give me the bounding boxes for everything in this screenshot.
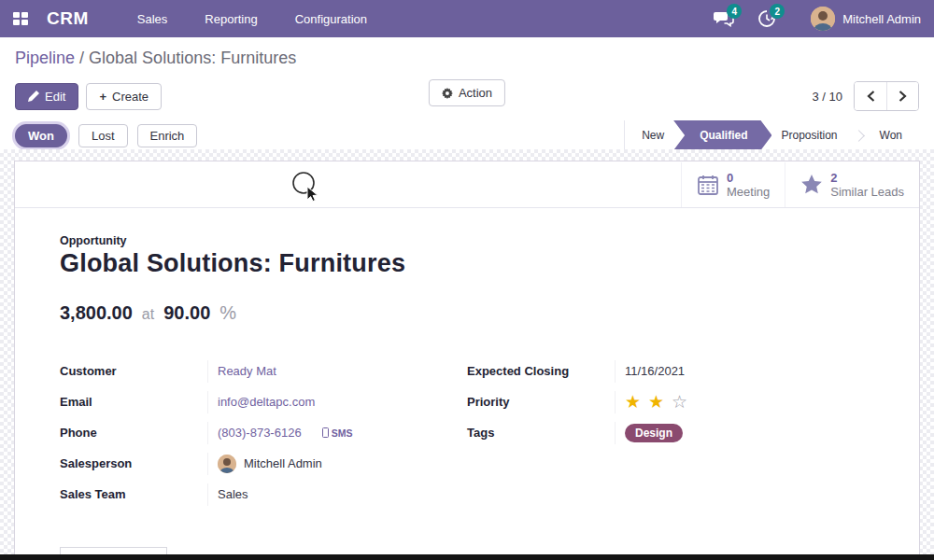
lost-button[interactable]: Lost [78,124,128,147]
action-button[interactable]: Action [429,79,505,106]
menu-configuration[interactable]: Configuration [278,0,384,37]
activities-button[interactable]: 2 [751,0,783,37]
bottom-edge-bar [0,554,934,560]
phone-value-link[interactable]: (803)-873-6126 [218,426,302,440]
edit-button[interactable]: Edit [15,83,78,110]
sales-team-label: Sales Team [60,487,207,501]
top-navbar: CRM Sales Reporting Configuration 4 2 [0,0,934,37]
record-type-label: Opportunity [60,234,874,247]
right-field-group: Expected Closing 11/16/2021 Priority ★ ★… [467,356,874,510]
at-label: at [142,306,154,323]
expected-revenue-row: 3,800.00 at 90.00 % [60,302,874,324]
star-icon [800,174,823,195]
loading-cursor-icon [288,169,325,204]
breadcrumb-current: Global Solutions: Furnitures [89,49,296,67]
expected-revenue-value: 3,800.00 [60,302,133,324]
enrich-button[interactable]: Enrich [137,124,198,147]
salesperson-label: Salesperson [60,456,207,470]
email-value-link[interactable]: info@deltapc.com [218,395,315,409]
mobile-phone-icon [322,427,329,438]
messages-badge: 4 [727,4,742,19]
stage-new[interactable]: New [625,120,681,150]
messages-button[interactable]: 4 [708,0,740,37]
control-panel: Pipeline / Global Solutions: Furnitures … [0,37,934,115]
form-sheet: Opportunity Global Solutions: Furnitures… [15,208,919,510]
priority-star-3-empty-icon[interactable]: ☆ [672,393,687,411]
email-row: Email info@deltapc.com [60,386,467,417]
menu-sales[interactable]: Sales [120,0,185,37]
meeting-count: 0 [727,171,770,185]
pager: 3 / 10 [812,81,919,111]
salesperson-value[interactable]: Mitchell Admin [244,456,322,470]
edit-button-label: Edit [45,90,65,104]
pencil-icon [28,91,39,102]
gear-icon [442,88,453,99]
salesperson-avatar [218,455,236,473]
customer-value-link[interactable]: Ready Mat [218,364,276,378]
salesperson-row: Salesperson Mitchell Admin [60,448,467,479]
email-label: Email [60,395,207,409]
create-button[interactable]: + Create [86,83,162,110]
activities-badge: 2 [770,4,785,19]
percent-sign: % [219,302,236,324]
expected-closing-label: Expected Closing [467,364,615,378]
customer-row: Customer Ready Mat [60,356,467,386]
form-view-background: 0 Meeting 2 Similar Leads Opportunity Gl… [0,149,934,560]
priority-row: Priority ★ ★ ☆ [467,386,874,417]
expected-closing-value[interactable]: 11/16/2021 [625,364,685,378]
meeting-label: Meeting [727,185,770,199]
sales-team-value[interactable]: Sales [218,487,248,501]
similar-leads-label: Similar Leads [830,185,904,199]
sms-button[interactable]: SMS [322,427,353,439]
tag-design[interactable]: Design [625,424,683,442]
phone-row: Phone (803)-873-6126 SMS [60,417,467,448]
apps-menu-icon[interactable] [13,12,30,26]
opportunity-title: Global Solutions: Furnitures [60,249,874,278]
similar-leads-stat-button[interactable]: 2 Similar Leads [785,162,919,207]
action-button-label: Action [459,86,492,100]
opportunity-card: 0 Meeting 2 Similar Leads Opportunity Gl… [14,161,920,560]
menu-reporting[interactable]: Reporting [188,0,274,37]
user-avatar [811,7,835,31]
phone-label: Phone [60,426,207,440]
sales-team-row: Sales Team Sales [60,479,467,510]
pager-next-button[interactable] [886,82,918,110]
priority-star-1-filled-icon[interactable]: ★ [625,393,641,411]
breadcrumb-pipeline[interactable]: Pipeline [15,49,75,67]
pager-count: 3 / 10 [812,90,842,104]
control-panel-buttons: Edit + Create Action 3 / 10 [15,77,919,115]
create-button-label: Create [112,90,149,104]
probability-value: 90.00 [163,302,210,324]
sms-label: SMS [332,427,353,439]
expected-closing-row: Expected Closing 11/16/2021 [467,356,874,386]
user-menu[interactable]: Mitchell Admin [794,7,921,31]
stat-button-box: 0 Meeting 2 Similar Leads [15,161,919,208]
tags-label: Tags [467,426,615,440]
customer-label: Customer [60,364,207,378]
field-groups: Customer Ready Mat Email info@deltapc.co… [60,356,874,510]
tags-row: Tags Design [467,417,874,448]
breadcrumb: Pipeline / Global Solutions: Furnitures [15,45,919,77]
meeting-stat-button[interactable]: 0 Meeting [681,162,785,207]
calendar-icon [697,174,719,196]
won-button[interactable]: Won [15,124,67,147]
pager-previous-button[interactable] [855,82,886,110]
priority-label: Priority [467,395,615,409]
stage-won[interactable]: Won [863,120,919,150]
user-name: Mitchell Admin [842,12,921,26]
stage-qualified[interactable]: Qualified [673,120,771,150]
priority-star-2-filled-icon[interactable]: ★ [648,393,664,411]
stage-proposition[interactable]: Proposition [764,120,854,150]
app-name[interactable]: CRM [47,8,89,29]
similar-leads-count: 2 [830,171,904,185]
breadcrumb-separator: / [79,49,89,67]
stage-bar: New Qualified Proposition Won [624,120,919,150]
plus-icon: + [99,90,106,104]
left-field-group: Customer Ready Mat Email info@deltapc.co… [60,356,467,510]
